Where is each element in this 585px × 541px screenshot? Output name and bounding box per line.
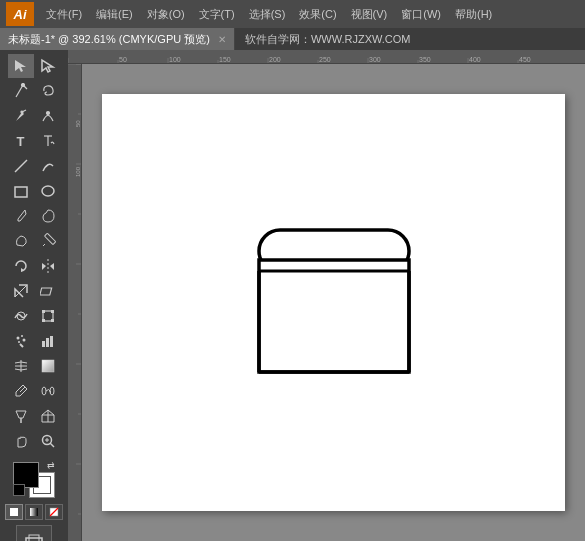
menu-text[interactable]: 文字(T) — [193, 5, 241, 24]
svg-point-39 — [50, 387, 54, 395]
svg-text:100: 100 — [169, 56, 181, 63]
app-logo: Ai — [6, 2, 34, 26]
menu-edit[interactable]: 编辑(E) — [90, 5, 139, 24]
svg-rect-31 — [42, 341, 45, 347]
eyedropper-tool[interactable] — [8, 379, 34, 403]
svg-point-12 — [42, 186, 54, 196]
canvas[interactable] — [82, 64, 585, 541]
tool-row-brush — [8, 204, 61, 228]
tool-row-selection — [8, 54, 61, 78]
menu-object[interactable]: 对象(O) — [141, 5, 191, 24]
mesh-tool[interactable] — [8, 354, 34, 378]
tool-row-lasso — [8, 79, 61, 103]
tab-document[interactable]: 未标题-1* @ 392.61% (CMYK/GPU 预览) ✕ — [0, 28, 235, 50]
svg-marker-1 — [42, 60, 53, 72]
warp-tool[interactable] — [8, 304, 34, 328]
tool-row-type: T — [8, 129, 61, 153]
select-tool[interactable] — [8, 54, 34, 78]
direct-select-tool[interactable] — [35, 54, 61, 78]
shear-tool[interactable] — [35, 279, 61, 303]
menu-bar: 文件(F) 编辑(E) 对象(O) 文字(T) 选择(S) 效果(C) 视图(V… — [40, 5, 498, 24]
tool-row-pencil — [8, 229, 61, 253]
svg-rect-13 — [44, 233, 55, 244]
tool-row-line — [8, 154, 61, 178]
tool-row-scale — [8, 279, 61, 303]
reflect-tool[interactable] — [35, 254, 61, 278]
svg-marker-18 — [50, 263, 54, 270]
tab-close-button[interactable]: ✕ — [218, 34, 226, 45]
pencil-tool[interactable] — [35, 229, 61, 253]
horizontal-ruler: 50 100 150 200 250 300 350 400 4 — [68, 50, 585, 64]
svg-rect-11 — [15, 187, 27, 197]
svg-point-30 — [18, 341, 20, 343]
svg-line-10 — [15, 160, 27, 172]
rotate-tool[interactable] — [8, 254, 34, 278]
svg-rect-20 — [40, 288, 52, 295]
color-mode-none[interactable] — [45, 504, 63, 520]
svg-rect-49 — [30, 508, 38, 516]
gradient-tool[interactable] — [35, 354, 61, 378]
svg-rect-23 — [42, 310, 45, 313]
main-layout: T — [0, 50, 585, 541]
drawn-shape[interactable] — [249, 222, 419, 384]
menu-help[interactable]: 帮助(H) — [449, 5, 498, 24]
scale-tool[interactable] — [8, 279, 34, 303]
type-tool[interactable]: T — [8, 129, 34, 153]
menu-select[interactable]: 选择(S) — [243, 5, 292, 24]
arc-tool[interactable] — [35, 154, 61, 178]
svg-text:400: 400 — [469, 56, 481, 63]
svg-marker-17 — [42, 263, 46, 270]
symbol-sprayer-tool[interactable] — [8, 329, 34, 353]
svg-line-14 — [43, 244, 45, 246]
color-mode-solid[interactable] — [5, 504, 23, 520]
free-transform-tool[interactable] — [35, 304, 61, 328]
draw-mode-icon[interactable] — [16, 525, 52, 541]
svg-point-38 — [42, 387, 46, 395]
touch-type-tool[interactable] — [35, 129, 61, 153]
paintbrush-tool[interactable] — [8, 204, 34, 228]
svg-text:150: 150 — [219, 56, 231, 63]
column-graph-tool[interactable] — [35, 329, 61, 353]
line-tool[interactable] — [8, 154, 34, 178]
swap-colors-icon[interactable]: ⇄ — [47, 460, 55, 470]
magic-wand-tool[interactable] — [8, 79, 34, 103]
svg-text:100: 100 — [75, 166, 81, 177]
blend-tool[interactable] — [35, 379, 61, 403]
rectangle-tool[interactable] — [8, 179, 34, 203]
hand-tool[interactable] — [8, 429, 34, 453]
svg-point-6 — [21, 111, 23, 113]
tab-website-label: 软件自学网：WWW.RJZXW.COM — [245, 32, 411, 47]
curvature-tool[interactable] — [35, 104, 61, 128]
zoom-tool[interactable] — [35, 429, 61, 453]
menu-effect[interactable]: 效果(C) — [293, 5, 342, 24]
tool-row-shape — [8, 179, 61, 203]
menu-window[interactable]: 窗口(W) — [395, 5, 447, 24]
svg-point-28 — [21, 335, 23, 337]
tab-website: 软件自学网：WWW.RJZXW.COM — [235, 28, 421, 50]
toolbar: T — [0, 50, 68, 541]
svg-marker-0 — [15, 60, 26, 72]
tool-row-hand — [8, 429, 61, 453]
shaper-tool[interactable] — [8, 229, 34, 253]
perspective-grid-tool[interactable] — [35, 404, 61, 428]
ellipse-tool[interactable] — [35, 179, 61, 203]
lasso-tool[interactable] — [35, 79, 61, 103]
live-paint-bucket-tool[interactable] — [8, 404, 34, 428]
tool-row-livepaint — [8, 404, 61, 428]
svg-point-27 — [16, 337, 19, 340]
menu-file[interactable]: 文件(F) — [40, 5, 88, 24]
svg-rect-24 — [51, 310, 54, 313]
menu-view[interactable]: 视图(V) — [345, 5, 394, 24]
tab-document-label: 未标题-1* @ 392.61% (CMYK/GPU 预览) — [8, 32, 210, 47]
tool-row-eyedropper — [8, 379, 61, 403]
blob-brush-tool[interactable] — [35, 204, 61, 228]
pen-tool[interactable] — [8, 104, 34, 128]
svg-rect-25 — [42, 319, 45, 322]
tab-bar: 未标题-1* @ 392.61% (CMYK/GPU 预览) ✕ 软件自学网：W… — [0, 28, 585, 50]
content-area: 50 100 150 200 250 300 350 400 4 — [68, 50, 585, 541]
svg-point-4 — [21, 84, 24, 87]
color-mode-gradient[interactable] — [25, 504, 43, 520]
svg-text:50: 50 — [75, 120, 81, 127]
reset-colors-icon[interactable] — [13, 484, 25, 496]
tool-row-symbol — [8, 329, 61, 353]
